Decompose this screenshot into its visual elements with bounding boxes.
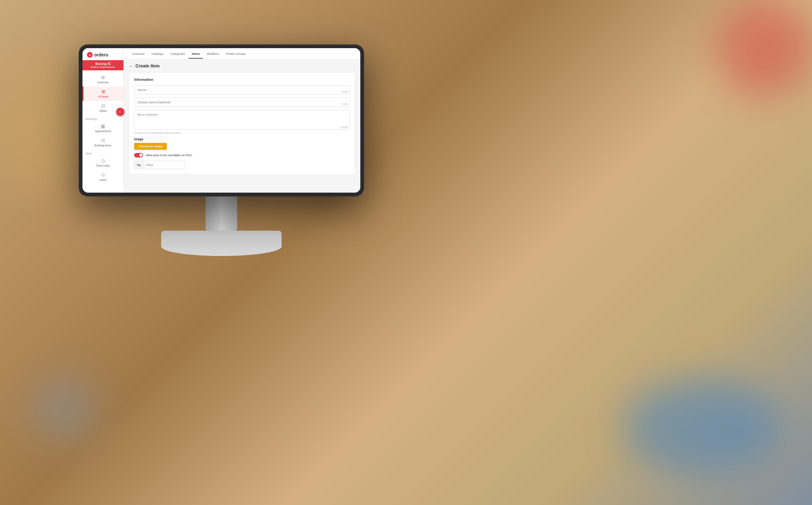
- page-header: ← Create Item: [129, 63, 355, 68]
- form-card: Information 0/280 0/100: [129, 72, 355, 175]
- tab-modifiers[interactable]: Modifiers: [204, 49, 222, 58]
- org-banner[interactable]: Borong ID Switch Organisation: [83, 60, 123, 70]
- appointments-label: Appointments: [95, 130, 111, 133]
- toggle-label: Allow price to be overridden on POS: [146, 154, 192, 157]
- bg-blob-2: [717, 0, 812, 95]
- users-label: Users: [99, 178, 106, 182]
- booking-items-label: Booking Items: [95, 144, 112, 147]
- inventory-icon: ⊞: [101, 75, 105, 80]
- time-cards-icon: ◷: [101, 158, 105, 163]
- toggle-row: Allow price to be overridden on POS: [134, 153, 350, 157]
- tab-categories[interactable]: Categories: [167, 49, 188, 58]
- tab-printer-groups[interactable]: Printer Groups: [223, 49, 249, 58]
- booking-items-icon: ⊟: [101, 138, 105, 143]
- floating-back-button[interactable]: ←: [116, 108, 124, 116]
- sidebar-nav: ⊞ Inventory ⊞ All Items ⊟ Tables Bookin: [83, 70, 123, 193]
- sidebar-item-appointments[interactable]: ▦ Appointments: [83, 121, 123, 135]
- name-group: 0/280: [134, 85, 350, 95]
- price-input[interactable]: [144, 161, 185, 169]
- time-cards-label: Time Cards: [96, 164, 110, 167]
- sidebar-logo: ● orderu: [83, 48, 123, 60]
- display-name-input[interactable]: [134, 98, 350, 107]
- logo-icon: ●: [87, 52, 93, 58]
- sidebar-item-time-cards[interactable]: ◷ Time Cards: [83, 156, 123, 170]
- org-name: Borong ID: [85, 62, 121, 65]
- bookings-section-label: Bookings: [83, 115, 123, 121]
- description-group: Provide a short description about the it…: [134, 110, 350, 134]
- page-content: ← Create Item Information 0/280: [124, 59, 360, 193]
- appointments-icon: ▦: [101, 124, 105, 129]
- name-input[interactable]: [134, 85, 350, 95]
- description-char-count: 0/1000: [341, 126, 348, 129]
- staff-section-label: Staff: [83, 150, 123, 156]
- section-information: Information: [134, 77, 350, 81]
- logo-text: orderu: [94, 52, 108, 57]
- inventory-label: Inventory: [97, 81, 108, 84]
- image-label: Image: [134, 138, 350, 141]
- description-hint: Provide a short description about the it…: [134, 132, 350, 134]
- sidebar-item-users[interactable]: ⊙ Users: [83, 170, 123, 184]
- bg-blob-3: [622, 378, 780, 473]
- choose-image-button[interactable]: Choose an image: [134, 143, 167, 150]
- display-name-char-count: 0/100: [342, 103, 348, 106]
- bg-blob-4: [32, 378, 95, 442]
- monitor-neck-base: [161, 231, 282, 256]
- toggle-thumb: [139, 154, 142, 157]
- image-section: Image Choose an image: [134, 138, 350, 150]
- sidebar: ● orderu Borong ID Switch Organisation ⊞…: [83, 48, 124, 193]
- sidebar-item-all-items[interactable]: ⊞ All Items: [83, 87, 123, 101]
- sidebar-item-inventory[interactable]: ⊞ Inventory: [83, 72, 123, 87]
- price-prefix: Rp: [134, 161, 144, 169]
- monitor: ● orderu Borong ID Switch Organisation ⊞…: [79, 44, 364, 196]
- page-title: Create Item: [135, 63, 159, 68]
- back-button-icon: ←: [118, 110, 122, 114]
- price-override-toggle[interactable]: [134, 153, 143, 157]
- description-input[interactable]: [134, 110, 350, 130]
- top-tabs: Overview Catalogs Categories Items Modif…: [124, 48, 360, 59]
- org-switch[interactable]: Switch Organisation: [85, 65, 121, 68]
- price-input-row: Rp: [134, 161, 185, 169]
- monitor-neck-pole: [206, 196, 237, 231]
- monitor-stand: [79, 196, 364, 256]
- tables-icon: ⊟: [101, 103, 105, 108]
- display-name-group: 0/100: [134, 98, 350, 107]
- main-content: Overview Catalogs Categories Items Modif…: [124, 48, 360, 193]
- sidebar-item-booking-items[interactable]: ⊟ Booking Items: [83, 135, 123, 150]
- tables-label: Tables: [99, 109, 107, 113]
- page-back-arrow[interactable]: ←: [129, 64, 133, 68]
- app: ● orderu Borong ID Switch Organisation ⊞…: [83, 48, 360, 193]
- name-char-count: 0/280: [342, 90, 348, 93]
- users-icon: ⊙: [101, 172, 105, 177]
- all-items-icon: ⊞: [102, 89, 105, 94]
- tab-catalogs[interactable]: Catalogs: [148, 49, 167, 58]
- tab-overview[interactable]: Overview: [129, 49, 148, 58]
- monitor-screen: ● orderu Borong ID Switch Organisation ⊞…: [83, 48, 360, 193]
- tab-items[interactable]: Items: [189, 49, 203, 58]
- all-items-label: All Items: [98, 95, 109, 98]
